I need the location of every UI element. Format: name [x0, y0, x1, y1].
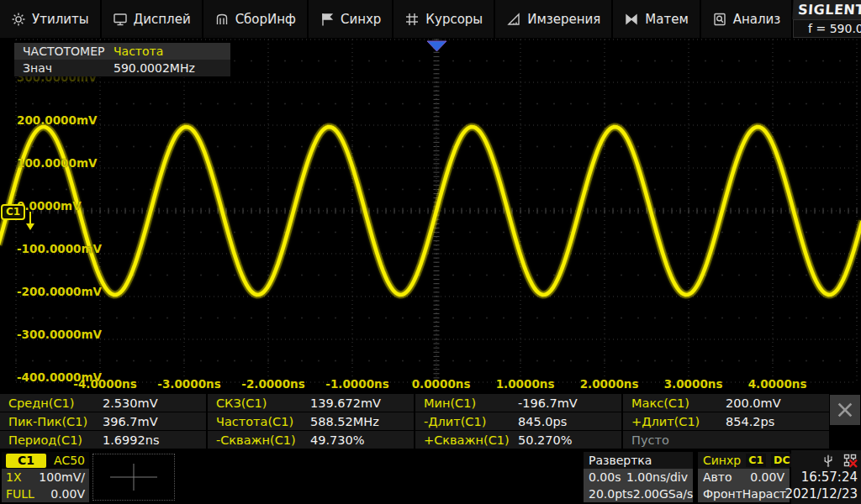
channel-probe: 1X [6, 470, 22, 484]
measurement-label: +Скважн(C1) [415, 433, 518, 447]
measurement-value: 396.7mV [103, 415, 158, 428]
menu-item-math[interactable]: Матем [613, 0, 700, 38]
menu-item-label: Утилиты [32, 12, 89, 27]
measurement-label: Пусто [623, 433, 726, 447]
clock-panel[interactable]: 16:57:24 2021/12/23 [791, 450, 861, 504]
measurement-label: Период(C1) [0, 433, 103, 447]
measurement-cell[interactable]: -Скважн(C1)49.730% [208, 431, 414, 449]
x-axis-label: 4.0000ns [748, 377, 807, 391]
trigger-source-chip: C1 [746, 454, 766, 467]
channel-c1-level-marker[interactable]: C1 [1, 204, 35, 232]
channel-c1-badge: C1 [6, 454, 46, 468]
measurement-cell[interactable]: +Длит(C1)854.2ps [623, 412, 829, 430]
measurement-value: 854.2ps [726, 415, 774, 428]
measurement-value: 588.52MHz [310, 415, 379, 428]
trigger-position-marker[interactable] [426, 39, 447, 55]
measurement-cell[interactable]: Пусто [623, 431, 829, 449]
measurement-value: 49.730% [310, 433, 365, 447]
measurement-table: Средн(C1)2.530mVСКЗ(C1)139.672mVМин(C1)-… [0, 394, 829, 448]
y-axis-label: -200.0000mV [17, 285, 102, 298]
measurement-cell[interactable]: Макс(C1)200.0mV [623, 394, 829, 412]
channel-offset: 0.00V [50, 487, 85, 501]
analysis-icon [712, 12, 727, 27]
measurement-cell[interactable]: Пик-Пик(C1)396.7mV [0, 412, 206, 430]
display-icon [113, 12, 128, 27]
channel-c1-tag: C1 [1, 204, 25, 220]
menu-item-label: Курсоры [425, 12, 483, 27]
measurement-value: 50.270% [518, 433, 573, 447]
menu-item-display[interactable]: Дисплей [102, 0, 203, 38]
channel-bandwidth: FULL [6, 487, 34, 501]
measurement-cell[interactable]: Мин(C1)-196.7mV [415, 394, 621, 412]
flag-icon [320, 12, 335, 27]
acquire-icon [214, 12, 230, 27]
measurement-label: +Длит(C1) [623, 415, 726, 428]
measurement-label: Мин(C1) [415, 396, 518, 410]
menu-item-label: Имзерения [527, 12, 600, 27]
x-axis-label: -2.0000ns [241, 377, 304, 391]
menu-item-label: Дисплей [134, 12, 191, 27]
measurement-value: 845.0ps [518, 415, 567, 428]
menu-item-gear[interactable]: Утилиты [0, 0, 102, 38]
timebase-delay: 0.00s [589, 470, 621, 484]
measurement-cell[interactable]: Средн(C1)2.530mV [0, 394, 206, 412]
menu-item-measure[interactable]: Имзерения [495, 0, 613, 38]
waveform-trace-c1 [0, 38, 861, 388]
menu-right-cluster: SIGLENT Trig'd f = 590.0002MHz КАН 1 [793, 0, 861, 38]
cursors-icon [404, 12, 420, 27]
menu-items: УтилитыДисплейСборИнфСинхрКурсорыИмзерен… [0, 0, 793, 38]
timebase-panel[interactable]: Развертка 0.00s 1.00ns/div 20.0pts 2.00G… [584, 452, 693, 502]
trigger-coupling-chip: DC [771, 454, 793, 467]
menu-item-label: Матем [645, 12, 688, 27]
siglent-logo: SIGLENT [792, 0, 861, 19]
freq-counter-row-label: Знач [14, 61, 108, 75]
x-axis-label: -4.0000ns [73, 377, 136, 391]
clock-time: 16:57:24 [801, 469, 858, 486]
bottom-status-bar: C1 AC50 1X 100mV/ FULL 0.00V Развертка 0… [0, 450, 861, 504]
clock-date: 2021/12/23 [785, 486, 858, 502]
trigger-title: Синхр [703, 454, 741, 467]
measurement-cell[interactable]: Частота(C1)588.52MHz [208, 412, 414, 430]
channel-c1-descriptor[interactable]: C1 AC50 1X 100mV/ FULL 0.00V [2, 452, 89, 502]
y-axis-label: -400.0000mV [17, 370, 102, 384]
graticule-grid [0, 38, 861, 388]
menu-item-cursors[interactable]: Курсоры [394, 0, 495, 38]
trigger-mode: Авто [703, 470, 732, 484]
measurement-label: -Скважн(C1) [208, 433, 310, 447]
lan-disconnected-icon [843, 453, 858, 468]
crosshair-icon [108, 462, 159, 492]
timebase-scale: 1.00ns/div [626, 470, 688, 484]
menu-item-label: Синхр [341, 12, 381, 27]
waveform-position-preview[interactable] [92, 454, 175, 501]
measurement-value: -196.7mV [518, 396, 578, 410]
measurement-close-button[interactable] [830, 395, 860, 425]
menu-item-acquire[interactable]: СборИнф [203, 0, 309, 38]
measurement-cell[interactable]: -Длит(C1)845.0ps [415, 412, 621, 430]
x-axis-label: 1.0000ns [496, 377, 555, 391]
x-axis-label: 2.0000ns [580, 377, 639, 391]
trigger-level: 0.00V [750, 470, 784, 484]
measurement-label: Частота(C1) [208, 415, 310, 428]
measurement-cell[interactable]: СКЗ(C1)139.672mV [208, 394, 414, 412]
measurement-value: 1.6992ns [103, 433, 159, 447]
timebase-points: 20.0pts [589, 487, 633, 501]
trigger-slope: Нараст [742, 487, 786, 501]
channel-offset-arrow-icon [25, 212, 35, 232]
measurement-value: 2.530mV [103, 396, 158, 410]
frequency-counter-overlay[interactable]: ЧАСТОТОМЕР Частота Знач 590.0002MHz [14, 43, 230, 76]
measurement-cell[interactable]: +Скважн(C1)50.270% [415, 431, 621, 449]
measurement-cell[interactable]: Период(C1)1.6992ns [0, 431, 206, 449]
menu-item-analysis[interactable]: Анализ [701, 0, 794, 38]
y-axis-label: 200.0000mV [17, 113, 97, 127]
scope-display: 300.0000mV200.0000mV100.0000mV0.0000mV-1… [0, 38, 861, 388]
oscilloscope-screen: УтилитыДисплейСборИнфСинхрКурсорыИмзерен… [0, 0, 861, 504]
trigger-panel[interactable]: Синхр C1 DC Авто 0.00V Фронт Нараст [698, 452, 790, 502]
channel-coupling: AC50 [54, 454, 85, 467]
measurement-label: Средн(C1) [0, 396, 103, 410]
menu-item-flag[interactable]: Синхр [309, 0, 394, 38]
timebase-samplerate: 2.00GSa/s [633, 487, 694, 501]
top-menu-bar: УтилитыДисплейСборИнфСинхрКурсорыИмзерен… [0, 0, 861, 38]
freq-counter-title: ЧАСТОТОМЕР [14, 45, 108, 58]
measurement-label: СКЗ(C1) [208, 396, 310, 410]
channel-scale: 100mV/ [39, 470, 85, 484]
